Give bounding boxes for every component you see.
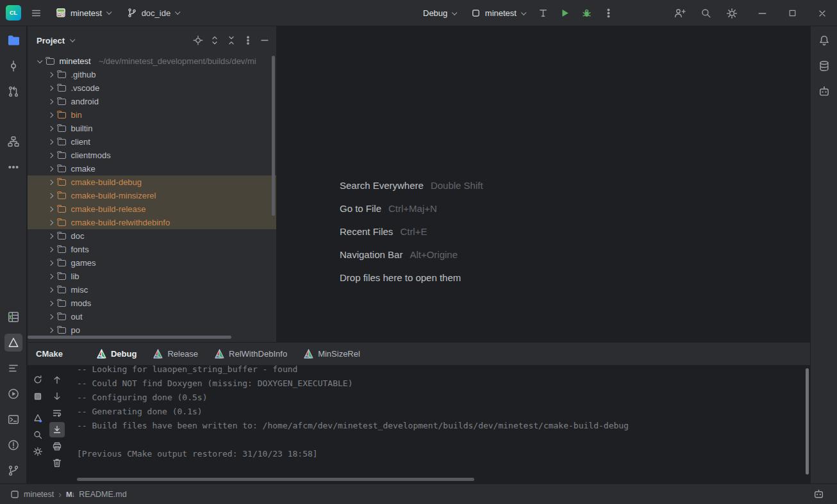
soft-wrap-button[interactable] [49, 405, 65, 421]
console-horizontal-scrollbar[interactable] [77, 478, 474, 481]
ai-assistant-icon [813, 489, 824, 500]
tree-item[interactable]: cmake [28, 162, 276, 175]
project-horizontal-scrollbar[interactable] [28, 336, 231, 339]
table-toolwindow-button[interactable] [4, 308, 22, 326]
debug-button[interactable] [578, 5, 595, 22]
panel-options-button[interactable] [242, 34, 254, 47]
maximize-icon [788, 8, 797, 18]
cmake-toolwindow-button[interactable] [4, 334, 22, 352]
minimize-button[interactable] [754, 5, 770, 22]
print-button[interactable] [49, 439, 65, 454]
project-view-selector[interactable]: Project [37, 36, 74, 45]
chevron-right-icon [48, 180, 53, 185]
profiler-button[interactable] [535, 5, 551, 22]
tree-item[interactable]: .github [28, 68, 276, 81]
tree-item-label: .vscode [71, 83, 100, 93]
terminal-toolwindow-button[interactable] [4, 411, 22, 428]
ai-assistant-button[interactable] [815, 83, 833, 101]
console-vertical-scrollbar[interactable] [806, 368, 809, 475]
tree-item[interactable]: cmake-build-release [28, 202, 276, 216]
hide-panel-button[interactable] [258, 34, 271, 47]
tree-item[interactable]: cmake-build-relwithdebinfo [28, 216, 276, 229]
tree-item[interactable]: .vscode [28, 81, 276, 95]
stop-button[interactable] [30, 389, 46, 404]
cmake-tab-label: RelWithDebInfo [229, 349, 287, 359]
todo-toolwindow-button[interactable] [4, 359, 22, 377]
console-output[interactable]: -- Looking for luaopen_string_buffer - f… [77, 366, 804, 478]
tree-item[interactable]: mods [28, 297, 276, 310]
cmake-profile-tab[interactable]: RelWithDebInfo [206, 343, 295, 365]
close-button[interactable] [814, 5, 831, 22]
tree-item[interactable]: clientmods [28, 149, 276, 162]
editor-area[interactable]: Search Everywhere Double Shift Go to Fil… [278, 26, 810, 342]
previous-message-button[interactable] [49, 372, 65, 387]
breadcrumb-file[interactable]: README.md [79, 490, 126, 499]
run-button[interactable] [556, 5, 573, 22]
debug-bug-icon [581, 8, 592, 19]
project-vertical-scrollbar[interactable] [272, 56, 275, 216]
tree-root-item[interactable]: minetest ~/dev/minetest_development/buil… [28, 54, 276, 68]
console-line: [Previous CMake output restored: 31/10/2… [77, 447, 804, 461]
pull-request-icon [8, 86, 19, 97]
tree-item[interactable]: fonts [28, 243, 276, 256]
cmake-panel-title[interactable]: CMake [36, 349, 63, 359]
tree-item-label: fonts [71, 245, 89, 254]
main-menu-button[interactable] [28, 4, 44, 21]
database-toolwindow-button[interactable] [815, 57, 833, 75]
tree-item[interactable]: games [28, 256, 276, 270]
maximize-button[interactable] [784, 5, 800, 22]
cmake-logo-icon [97, 349, 106, 359]
chevron-right-icon [48, 140, 53, 145]
more-actions-button[interactable] [600, 5, 617, 22]
tree-item[interactable]: misc [28, 283, 276, 297]
cmake-tabbar: CMake Debug [28, 343, 810, 366]
cmake-profile-tab[interactable]: Release [145, 343, 206, 365]
statusbar-ai-button[interactable] [810, 486, 827, 503]
shortcut-keys: Double Shift [431, 180, 483, 191]
locate-file-button[interactable] [192, 34, 204, 47]
tree-item[interactable]: android [28, 95, 276, 108]
cmake-profile-tab[interactable]: MinSizeRel [295, 343, 369, 365]
console-settings-button[interactable] [30, 444, 46, 459]
cmake-profile-tab[interactable]: Debug [88, 343, 145, 365]
tree-item[interactable]: cmake-build-debug [28, 175, 276, 189]
scroll-to-end-button[interactable] [49, 422, 65, 437]
breadcrumb-project[interactable]: minetest [24, 490, 54, 499]
chevron-down-icon [452, 10, 458, 15]
run-config-selector[interactable]: minetest [466, 4, 530, 22]
expand-all-button[interactable] [208, 34, 221, 47]
search-button[interactable] [697, 5, 714, 22]
find-in-console-button[interactable] [30, 427, 46, 443]
tree-item[interactable]: lib [28, 270, 276, 283]
build-type-selector[interactable]: Debug [418, 4, 461, 22]
settings-button[interactable] [724, 5, 740, 22]
commit-toolwindow-button[interactable] [4, 57, 22, 75]
chevron-right-icon [48, 193, 53, 199]
clear-console-button[interactable] [49, 455, 65, 471]
tree-item[interactable]: client [28, 135, 276, 149]
run-toolwindow-button[interactable] [4, 385, 22, 403]
project-widget[interactable]: minetest [51, 4, 115, 22]
pull-requests-toolwindow-button[interactable] [4, 83, 22, 101]
tree-item[interactable]: doc [28, 229, 276, 243]
tree-item[interactable]: po [28, 323, 276, 337]
scroll-to-end-icon [52, 425, 62, 435]
tree-item[interactable]: builtin [28, 122, 276, 135]
more-toolwindows-button[interactable] [4, 158, 22, 176]
problems-toolwindow-button[interactable] [4, 436, 22, 454]
branch-widget[interactable]: doc_ide [122, 4, 184, 22]
drop-files-hint: Drop files here to open them [340, 266, 483, 289]
tree-item[interactable]: bin [28, 108, 276, 122]
next-message-button[interactable] [49, 389, 65, 404]
tree-item[interactable]: out [28, 310, 276, 323]
notifications-button[interactable] [815, 31, 833, 49]
reload-cmake-button[interactable] [30, 372, 46, 387]
structure-toolwindow-button[interactable] [4, 133, 22, 150]
git-toolwindow-button[interactable] [4, 462, 22, 480]
tree-item[interactable]: cmake-build-minsizerel [28, 189, 276, 202]
collapse-all-button[interactable] [225, 34, 238, 47]
chevron-right-icon [48, 314, 53, 320]
project-toolwindow-button[interactable] [4, 31, 22, 49]
cmake-settings-button[interactable] [30, 411, 46, 426]
add-user-button[interactable] [671, 5, 688, 22]
